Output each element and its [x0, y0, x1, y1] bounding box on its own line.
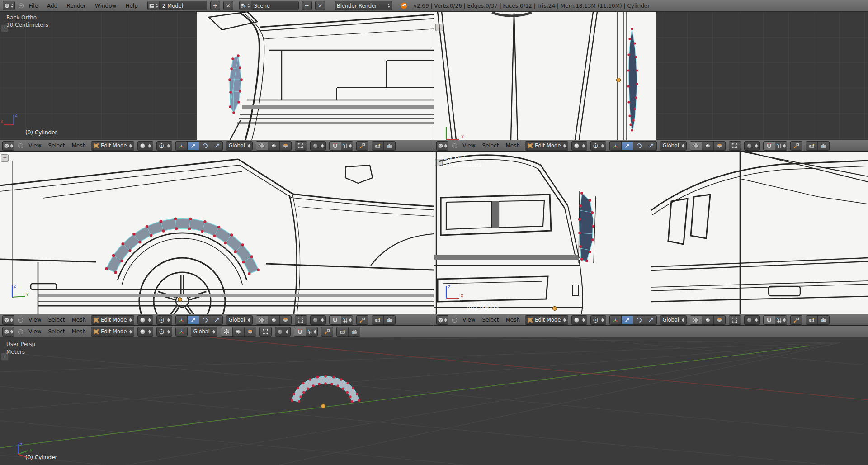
opengl-render-image-button[interactable]	[806, 316, 818, 324]
viewport-menu-view[interactable]: View	[461, 317, 477, 323]
region-expand-handle[interactable]: +	[435, 24, 443, 31]
vertex-select-button[interactable]	[690, 316, 702, 324]
viewport-menu-mesh[interactable]: Mesh	[504, 317, 522, 323]
face-select-button[interactable]	[280, 316, 291, 324]
occlude-toggle[interactable]	[729, 141, 741, 151]
snap-target-button[interactable]	[790, 315, 802, 325]
snap-element-dropdown[interactable]	[775, 142, 787, 150]
snap-element-dropdown[interactable]	[341, 316, 353, 324]
viewport-menu-select[interactable]: Select	[46, 328, 66, 335]
viewport-menu-select[interactable]: Select	[480, 142, 500, 149]
vertex-select-button[interactable]	[221, 327, 233, 336]
vertex-select-button[interactable]	[256, 142, 268, 150]
vertex-select-button[interactable]	[690, 142, 702, 150]
snap-target-button[interactable]	[356, 315, 368, 325]
viewport-top-right[interactable]: x +	[434, 12, 868, 140]
opengl-render-image-button[interactable]	[372, 142, 384, 150]
collapse-menus-button[interactable]	[18, 317, 24, 323]
vertex-select-button[interactable]	[256, 316, 268, 324]
viewport-top-left[interactable]: Back Ortho 10 Centimeters (0) Cylinder +…	[0, 12, 434, 140]
add-scene-button[interactable]: +	[302, 1, 312, 10]
manipulator-translate-button[interactable]	[188, 142, 199, 150]
delete-screen-layout-button[interactable]: ✕	[223, 1, 233, 10]
orientation-dropdown[interactable]: Global	[660, 315, 687, 325]
shading-dropdown[interactable]	[137, 141, 153, 151]
viewport-menu-mesh[interactable]: Mesh	[70, 142, 88, 149]
snap-element-dropdown[interactable]	[775, 316, 787, 324]
manipulator-rotate-button[interactable]	[633, 316, 645, 324]
manipulator-scale-button[interactable]	[211, 316, 222, 324]
pivot-dropdown[interactable]	[590, 315, 606, 325]
snap-element-dropdown[interactable]	[306, 327, 317, 336]
manipulator-rotate-button[interactable]	[199, 316, 211, 324]
proportional-dropdown[interactable]	[744, 315, 760, 325]
proportional-dropdown[interactable]	[275, 327, 291, 337]
collapse-menus-button[interactable]	[452, 143, 458, 149]
shading-dropdown[interactable]	[571, 315, 587, 325]
face-select-button[interactable]	[280, 142, 291, 150]
opengl-render-image-button[interactable]	[806, 142, 818, 150]
opengl-render-anim-button[interactable]	[818, 316, 829, 324]
face-select-button[interactable]	[245, 327, 256, 336]
snap-magnet-toggle[interactable]	[764, 142, 775, 150]
app-menu-help[interactable]: Help	[123, 3, 139, 9]
manipulator-axis-button[interactable]	[610, 316, 622, 324]
manipulator-axis-button[interactable]	[610, 142, 622, 150]
shading-dropdown[interactable]	[137, 327, 153, 337]
screen-layout-icon-button[interactable]	[148, 1, 160, 10]
orientation-dropdown[interactable]: Global	[226, 141, 253, 151]
add-screen-layout-button[interactable]: +	[210, 1, 220, 10]
shading-dropdown[interactable]	[571, 141, 587, 151]
mode-dropdown[interactable]: Edit Mode	[91, 327, 134, 337]
pivot-dropdown[interactable]	[156, 315, 172, 325]
face-select-button[interactable]	[714, 142, 725, 150]
mode-dropdown[interactable]: Edit Mode	[91, 141, 134, 151]
manipulator-scale-button[interactable]	[211, 142, 222, 150]
collapse-menus-button[interactable]	[452, 317, 458, 323]
edge-select-button[interactable]	[268, 316, 280, 324]
region-expand-handle[interactable]: +	[435, 159, 443, 166]
viewport-middle-right[interactable]: z x Back Ortho 10 Centimeters (0) Cylind…	[434, 152, 868, 314]
editor-type-button[interactable]	[3, 1, 15, 10]
opengl-render-anim-button[interactable]	[384, 316, 395, 324]
snap-target-button[interactable]	[321, 327, 333, 337]
orientation-dropdown[interactable]: Global	[226, 315, 253, 325]
viewport-menu-view[interactable]: View	[27, 328, 43, 335]
manipulator-scale-button[interactable]	[645, 316, 656, 324]
occlude-toggle[interactable]	[295, 315, 307, 325]
selected-mesh-pillar[interactable]	[578, 192, 594, 262]
scene-icon-button[interactable]	[240, 1, 251, 10]
orientation-dropdown[interactable]: Global	[191, 327, 217, 337]
orientation-dropdown[interactable]: Global	[660, 141, 687, 151]
viewport-menu-view[interactable]: View	[461, 142, 477, 149]
manipulator-rotate-button[interactable]	[199, 142, 211, 150]
viewport-menu-select[interactable]: Select	[46, 317, 66, 323]
mode-dropdown[interactable]: Edit Mode	[525, 141, 568, 151]
manipulator-translate-button[interactable]	[188, 316, 199, 324]
proportional-dropdown[interactable]	[310, 315, 326, 325]
render-engine-dropdown[interactable]: Blender Render	[335, 1, 392, 10]
manipulator-scale-button[interactable]	[645, 142, 656, 150]
selected-mesh-top[interactable]	[228, 54, 243, 114]
snap-magnet-toggle[interactable]	[330, 142, 341, 150]
viewport-menu-select[interactable]: Select	[46, 142, 66, 149]
collapse-menus-button[interactable]	[18, 143, 24, 149]
scene-name-field[interactable]: Scene	[251, 1, 298, 10]
collapse-menus-button[interactable]	[18, 329, 24, 335]
viewport-middle-left[interactable]: z y +	[0, 152, 434, 314]
viewport-menu-mesh[interactable]: Mesh	[504, 142, 522, 149]
region-expand-handle[interactable]: +	[1, 24, 9, 32]
manipulator-axis-button[interactable]	[176, 142, 188, 150]
manipulator-translate-button[interactable]	[622, 316, 633, 324]
edge-select-button[interactable]	[702, 316, 714, 324]
proportional-dropdown[interactable]	[744, 141, 760, 151]
edge-select-button[interactable]	[702, 142, 714, 150]
selected-mesh-fender[interactable]	[105, 217, 260, 275]
manipulator-rotate-button[interactable]	[633, 142, 645, 150]
opengl-render-anim-button[interactable]	[818, 142, 829, 150]
occlude-toggle[interactable]	[729, 315, 741, 325]
face-select-button[interactable]	[714, 316, 725, 324]
editor-type-button[interactable]	[2, 141, 14, 151]
editor-type-button[interactable]	[2, 315, 14, 325]
screen-layout-name-field[interactable]: 2-Model	[160, 1, 207, 10]
